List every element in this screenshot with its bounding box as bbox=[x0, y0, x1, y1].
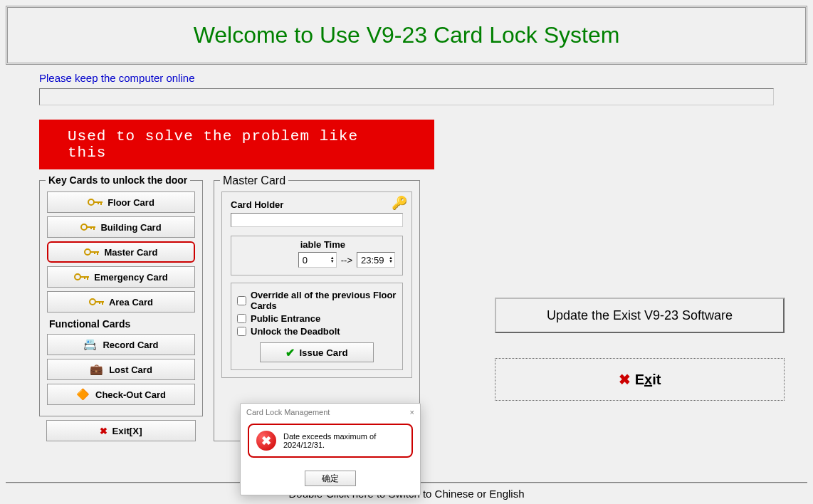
record-card-button[interactable]: 📇 Record Card bbox=[47, 334, 195, 355]
svg-point-4 bbox=[81, 224, 87, 230]
exit-button[interactable]: ✖ Exit bbox=[495, 358, 785, 401]
issue-card-label: Issue Card bbox=[299, 347, 347, 358]
key-icon bbox=[84, 248, 98, 256]
page-title: Welcome to Use V9-23 Card Lock System bbox=[8, 22, 805, 48]
override-checkbox[interactable] bbox=[237, 296, 246, 305]
checkout-card-label: Check-Out Card bbox=[95, 389, 166, 400]
mastercard-fieldset: Master Card 🔑 Card Holder iable Time 0 ▲… bbox=[214, 180, 420, 441]
svg-rect-2 bbox=[100, 201, 102, 205]
record-icon: 📇 bbox=[83, 338, 97, 351]
svg-rect-15 bbox=[84, 276, 85, 279]
key-icon bbox=[89, 298, 103, 305]
deadbolt-checkbox[interactable] bbox=[237, 327, 246, 336]
dialog-message: Date exceeds maximum of 2024/12/31. bbox=[283, 432, 404, 449]
master-card-button[interactable]: Master Card bbox=[47, 241, 195, 263]
mastercard-label: Master Card bbox=[220, 174, 288, 187]
issue-card-button[interactable]: ✔ Issue Card bbox=[260, 342, 374, 362]
svg-point-12 bbox=[75, 274, 80, 280]
dialog-titlebar: Card Lock Management × bbox=[241, 404, 420, 421]
time-from-spinner[interactable]: 0 ▲▼ bbox=[298, 252, 337, 268]
svg-rect-14 bbox=[87, 276, 88, 280]
svg-rect-10 bbox=[97, 251, 98, 255]
building-card-button[interactable]: Building Card bbox=[47, 216, 195, 238]
lost-card-button[interactable]: 💼 Lost Card bbox=[47, 359, 195, 380]
keycards-label: Key Cards to unlock the door bbox=[46, 174, 190, 186]
key-icon bbox=[74, 273, 88, 280]
public-entrance-checkbox[interactable] bbox=[237, 314, 246, 323]
update-software-button[interactable]: Update the Exist V9-23 Software bbox=[495, 298, 785, 333]
dialog-ok-button[interactable]: 确定 bbox=[305, 471, 356, 486]
emergency-card-label: Emergency Card bbox=[94, 272, 167, 283]
override-label: Override all of the previous Floor Cards bbox=[251, 290, 397, 311]
deadbolt-label: Unlock the Deadbolt bbox=[251, 326, 340, 337]
exit-small-label: Exit[X] bbox=[112, 426, 142, 436]
svg-point-0 bbox=[88, 199, 94, 205]
record-card-label: Record Card bbox=[103, 340, 158, 350]
svg-point-8 bbox=[85, 249, 90, 255]
lost-card-label: Lost Card bbox=[109, 364, 152, 375]
time-from-value: 0 bbox=[303, 255, 308, 266]
spinner-arrows-icon[interactable]: ▲▼ bbox=[330, 256, 335, 263]
checkout-card-button[interactable]: 🔶 Check-Out Card bbox=[47, 384, 195, 405]
time-label: iable Time bbox=[300, 239, 345, 250]
override-checkbox-row[interactable]: Override all of the previous Floor Cards bbox=[237, 290, 397, 311]
lost-icon: 💼 bbox=[90, 363, 103, 376]
time-to-spinner[interactable]: 23:59 ▲▼ bbox=[357, 252, 395, 268]
public-entrance-label: Public Entrance bbox=[251, 313, 320, 324]
mastercard-inner: 🔑 Card Holder iable Time 0 ▲▼ --> bbox=[221, 191, 412, 378]
options-box: Override all of the previous Floor Cards… bbox=[231, 283, 403, 370]
error-dialog: Card Lock Management × ✖ Date exceeds ma… bbox=[240, 403, 421, 495]
area-card-label: Area Card bbox=[109, 297, 153, 308]
emergency-card-button[interactable]: Emergency Card bbox=[47, 266, 195, 288]
header-panel: Welcome to Use V9-23 Card Lock System bbox=[6, 6, 807, 65]
checkout-icon: 🔶 bbox=[76, 388, 90, 401]
arrow-label: --> bbox=[341, 255, 352, 266]
exit-label: Exit bbox=[635, 372, 661, 388]
time-to-value: 23:59 bbox=[361, 255, 384, 266]
svg-rect-11 bbox=[94, 251, 95, 254]
key-icon bbox=[80, 224, 95, 231]
error-icon: ✖ bbox=[256, 431, 276, 451]
svg-rect-3 bbox=[98, 201, 99, 204]
status-bar bbox=[39, 88, 774, 105]
building-card-label: Building Card bbox=[100, 222, 161, 233]
check-icon: ✔ bbox=[285, 346, 295, 359]
dialog-title: Card Lock Management bbox=[246, 408, 330, 416]
banner-text: Used to solve the problem like this bbox=[39, 120, 434, 169]
svg-rect-19 bbox=[99, 301, 100, 304]
spinner-arrows-icon[interactable]: ▲▼ bbox=[389, 256, 393, 263]
floor-card-button[interactable]: Floor Card bbox=[47, 191, 195, 213]
close-icon: ✖ bbox=[100, 426, 107, 436]
exit-small-button[interactable]: ✖ Exit[X] bbox=[46, 420, 196, 441]
floor-card-label: Floor Card bbox=[107, 197, 154, 208]
right-panel: Update the Exist V9-23 Software ✖ Exit bbox=[434, 120, 813, 401]
svg-point-16 bbox=[90, 299, 95, 305]
example-panel: Used to solve the problem like this Key … bbox=[39, 120, 434, 441]
time-box: iable Time 0 ▲▼ --> 23:59 ▲▼ bbox=[231, 236, 403, 275]
area-card-button[interactable]: Area Card bbox=[47, 291, 195, 313]
cardholder-label: Card Holder bbox=[231, 199, 403, 210]
deadbolt-checkbox-row[interactable]: Unlock the Deadbolt bbox=[237, 326, 397, 337]
svg-rect-18 bbox=[102, 301, 103, 305]
functional-label: Functional Cards bbox=[49, 318, 195, 330]
dialog-close-icon[interactable]: × bbox=[410, 408, 414, 416]
master-card-label: Master Card bbox=[104, 247, 157, 258]
keys-badge-icon: 🔑 bbox=[392, 195, 407, 211]
keycards-fieldset: Key Cards to unlock the door Floor Card … bbox=[39, 180, 203, 416]
cardholder-input[interactable] bbox=[231, 213, 403, 227]
public-entrance-checkbox-row[interactable]: Public Entrance bbox=[237, 313, 397, 324]
svg-rect-6 bbox=[93, 226, 95, 230]
close-icon: ✖ bbox=[619, 371, 631, 388]
online-notice: Please keep the computer online bbox=[39, 72, 774, 84]
svg-rect-7 bbox=[90, 226, 92, 229]
key-icon bbox=[88, 199, 102, 206]
